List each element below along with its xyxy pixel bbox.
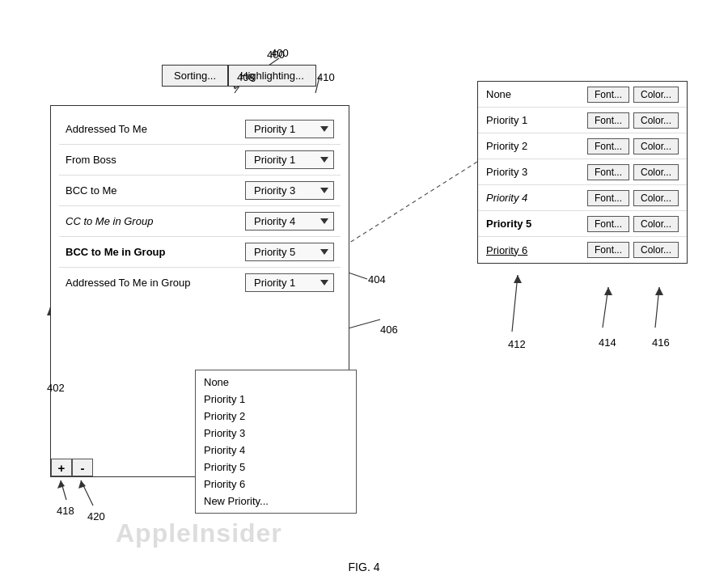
highlight-row-p5: Priority 5 Font... Color... bbox=[478, 211, 687, 237]
font-button-p4[interactable]: Font... bbox=[587, 190, 629, 206]
dropdown-item-p5[interactable]: Priority 5 bbox=[196, 459, 356, 476]
chevron-down-icon bbox=[320, 249, 328, 255]
font-button-p2[interactable]: Font... bbox=[587, 138, 629, 154]
svg-line-11 bbox=[512, 275, 518, 332]
rule-label: BCC to Me bbox=[66, 184, 245, 197]
annotation-408-label: 408 bbox=[237, 71, 255, 83]
font-button-p3[interactable]: Font... bbox=[587, 164, 629, 180]
hl-label-p6: Priority 6 bbox=[486, 244, 583, 256]
priority-dropdown-0[interactable]: Priority 1 bbox=[245, 120, 334, 138]
chevron-down-icon bbox=[320, 218, 328, 224]
highlight-row-p4: Priority 4 Font... Color... bbox=[478, 185, 687, 211]
color-button-p5[interactable]: Color... bbox=[633, 216, 679, 232]
table-row: Addressed To Me in Group Priority 1 bbox=[59, 268, 341, 298]
dropdown-item-p1[interactable]: Priority 1 bbox=[196, 391, 356, 408]
dropdown-item-none[interactable]: None bbox=[196, 374, 356, 391]
chevron-down-icon bbox=[320, 157, 328, 163]
remove-button[interactable]: - bbox=[72, 459, 93, 476]
chevron-down-icon bbox=[320, 188, 328, 193]
annotation-404-label: 404 bbox=[368, 273, 386, 286]
priority-dropdown-3[interactable]: Priority 4 bbox=[245, 212, 334, 231]
font-button-p5[interactable]: Font... bbox=[587, 216, 629, 232]
font-button-none[interactable]: Font... bbox=[587, 87, 629, 103]
highlight-row-p6: Priority 6 Font... Color... bbox=[478, 237, 687, 263]
highlight-panel: None Font... Color... Priority 1 Font...… bbox=[477, 81, 688, 264]
priority-dropdown-4[interactable]: Priority 5 bbox=[245, 243, 334, 261]
highlight-row-none: None Font... Color... bbox=[478, 82, 687, 108]
highlight-row-p2: Priority 2 Font... Color... bbox=[478, 133, 687, 159]
svg-marker-14 bbox=[604, 287, 612, 295]
table-row: From Boss Priority 1 bbox=[59, 145, 341, 176]
watermark: AppleInsider bbox=[116, 518, 282, 548]
font-button-p6[interactable]: Font... bbox=[587, 242, 629, 258]
dropdown-item-p2[interactable]: Priority 2 bbox=[196, 408, 356, 425]
svg-line-17 bbox=[61, 480, 66, 500]
annotation-416-label: 416 bbox=[652, 336, 670, 349]
annotation-402-label: 402 bbox=[47, 382, 65, 394]
hl-label-p3: Priority 3 bbox=[486, 166, 583, 178]
dropdown-item-p3[interactable]: Priority 3 bbox=[196, 425, 356, 442]
priority-dropdown-2[interactable]: Priority 3 bbox=[245, 181, 334, 200]
highlight-row-p1: Priority 1 Font... Color... bbox=[478, 108, 687, 133]
svg-line-13 bbox=[603, 287, 608, 328]
color-button-p1[interactable]: Color... bbox=[633, 112, 679, 129]
hl-label-p2: Priority 2 bbox=[486, 140, 583, 152]
priority-dropdown-5[interactable]: Priority 1 bbox=[245, 273, 334, 292]
priority-dropdown-1[interactable]: Priority 1 bbox=[245, 150, 334, 169]
svg-marker-18 bbox=[57, 480, 65, 489]
rule-label: CC to Me in Group bbox=[66, 215, 245, 227]
font-button-p1[interactable]: Font... bbox=[587, 112, 629, 129]
dropdown-item-new[interactable]: New Priority... bbox=[196, 493, 356, 510]
table-row: Addressed To Me Priority 1 bbox=[59, 114, 341, 145]
hl-label-p1: Priority 1 bbox=[486, 114, 583, 126]
color-button-p4[interactable]: Color... bbox=[633, 190, 679, 206]
rule-label: Addressed To Me in Group bbox=[66, 277, 245, 289]
bottom-buttons: + - bbox=[51, 459, 93, 476]
color-button-p3[interactable]: Color... bbox=[633, 164, 679, 180]
hl-label-p4: Priority 4 bbox=[486, 192, 583, 204]
dropdown-item-p6[interactable]: Priority 6 bbox=[196, 476, 356, 493]
main-panel: Addressed To Me Priority 1 From Boss Pri… bbox=[50, 105, 349, 477]
table-row: BCC to Me in Group Priority 5 bbox=[59, 237, 341, 268]
sorting-button[interactable]: Sorting... bbox=[162, 65, 228, 87]
annotation-400-label: 400 bbox=[267, 49, 285, 61]
highlight-row-p3: Priority 3 Font... Color... bbox=[478, 159, 687, 185]
svg-line-15 bbox=[655, 287, 659, 328]
hl-label-none: None bbox=[486, 88, 583, 100]
dropdown-item-p4[interactable]: Priority 4 bbox=[196, 442, 356, 459]
annotation-420-label: 420 bbox=[87, 510, 105, 522]
rules-list: Addressed To Me Priority 1 From Boss Pri… bbox=[51, 106, 349, 306]
svg-marker-16 bbox=[655, 287, 663, 295]
annotation-406-label: 406 bbox=[380, 324, 398, 336]
annotation-414-label: 414 bbox=[599, 336, 616, 349]
svg-marker-12 bbox=[514, 275, 522, 283]
annotation-410-label: 410 bbox=[317, 71, 335, 83]
chevron-down-icon bbox=[320, 280, 328, 286]
table-row: CC to Me in Group Priority 4 bbox=[59, 206, 341, 237]
annotation-418-label: 418 bbox=[57, 505, 74, 517]
add-button[interactable]: + bbox=[51, 459, 72, 476]
hl-label-p5: Priority 5 bbox=[486, 218, 583, 230]
rule-label: Addressed To Me bbox=[66, 123, 245, 135]
svg-marker-20 bbox=[78, 480, 86, 489]
rule-label: BCC to Me in Group bbox=[66, 246, 245, 258]
fig-label: FIG. 4 bbox=[349, 561, 380, 573]
color-button-p2[interactable]: Color... bbox=[633, 138, 679, 154]
priority-dropdown-popup: None Priority 1 Priority 2 Priority 3 Pr… bbox=[195, 370, 357, 514]
svg-line-19 bbox=[81, 480, 93, 506]
chevron-down-icon bbox=[320, 126, 328, 132]
color-button-none[interactable]: Color... bbox=[633, 87, 679, 103]
color-button-p6[interactable]: Color... bbox=[633, 242, 679, 258]
rule-label: From Boss bbox=[66, 154, 245, 166]
table-row: BCC to Me Priority 3 bbox=[59, 176, 341, 206]
annotation-412-label: 412 bbox=[508, 338, 526, 350]
